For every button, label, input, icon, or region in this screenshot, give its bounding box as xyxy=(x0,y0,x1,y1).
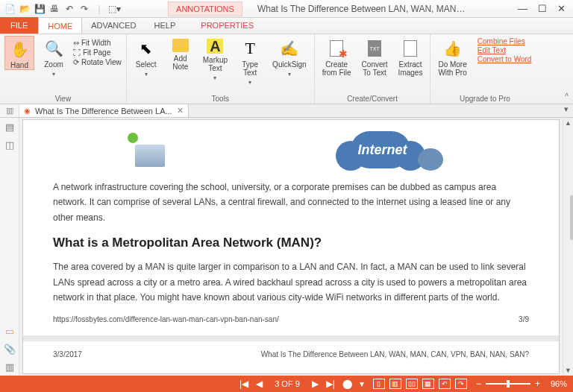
document-view[interactable]: Internet A network infrastructure coveri… xyxy=(22,119,560,374)
page-footer-pagenum: 3/9 xyxy=(519,315,529,323)
rotate-view-button[interactable]: ⟳Rotate View xyxy=(73,58,122,66)
convert-to-text-button[interactable]: TXT Convert To Text xyxy=(359,36,391,77)
internet-cloud-illustration: Internet xyxy=(321,127,455,172)
group-label-tools: Tools xyxy=(131,94,310,103)
next-page-button[interactable]: ▶ xyxy=(312,379,319,389)
layers-panel-icon[interactable]: ◫ xyxy=(4,139,16,151)
close-button[interactable]: ✕ xyxy=(557,3,566,14)
doctab-left-strip: ▥ xyxy=(0,104,19,117)
type-text-icon: T xyxy=(240,39,260,58)
pdf-doc-icon: ◉ xyxy=(24,107,31,115)
collapse-ribbon-button[interactable]: ^ xyxy=(565,92,569,101)
cursor-icon: ⬉ xyxy=(137,39,156,58)
note-icon xyxy=(172,39,189,52)
scroll-thumb[interactable] xyxy=(570,195,574,240)
security-panel-icon[interactable]: ▥ xyxy=(4,361,16,373)
open-icon[interactable]: 📂 xyxy=(19,4,30,14)
last-page-button[interactable]: ▶| xyxy=(326,379,335,389)
doctab-menu-button[interactable]: ▾ xyxy=(560,104,573,117)
campus-building-illustration xyxy=(128,133,172,167)
extract-images-icon xyxy=(401,39,420,58)
comments-panel-icon[interactable]: ▭ xyxy=(4,325,16,337)
maximize-button[interactable]: ☐ xyxy=(538,3,547,14)
document-tab-title: What Is The Difference Between LA... xyxy=(35,107,172,116)
ribbon: ✋ Hand 🔍 Zoom ▾ ⇔Fit Width ⛶Fit Page ⟳Ro… xyxy=(0,34,573,104)
print-icon[interactable]: 🖶 xyxy=(49,4,60,14)
rotate-right-button[interactable]: ↷ xyxy=(455,379,467,389)
create-from-file-button[interactable]: ✱ Create from File xyxy=(319,36,354,77)
group-label-view: View xyxy=(4,94,122,103)
fit-page-button[interactable]: ⛶Fit Page xyxy=(73,48,122,57)
nav-menu-button[interactable]: ▾ xyxy=(360,379,364,389)
tab-file[interactable]: FILE xyxy=(0,17,38,34)
prev-page-button[interactable]: ◀ xyxy=(256,379,263,389)
annotations-context-tab[interactable]: ANNOTATIONS xyxy=(168,1,242,16)
save-icon[interactable]: 💾 xyxy=(34,4,45,14)
close-document-tab[interactable]: ✕ xyxy=(177,106,184,116)
markup-text-button[interactable]: A Markup Text ▾ xyxy=(200,36,231,81)
tab-home[interactable]: HOME xyxy=(38,17,82,34)
left-panel: ▤ ◫ ▭ 📎 ▥ xyxy=(0,118,19,376)
attachments-panel-icon[interactable]: 📎 xyxy=(4,343,16,355)
zoom-button[interactable]: 🔍 Zoom ▾ xyxy=(39,36,69,78)
quicksign-button[interactable]: ✍ QuickSign ▾ xyxy=(269,36,310,78)
edit-text-link[interactable]: Edit Text xyxy=(478,46,532,54)
document-tab[interactable]: ◉ What Is The Difference Between LA... ✕ xyxy=(19,104,189,117)
hand-tool-button[interactable]: ✋ Hand xyxy=(4,36,34,70)
scroll-up-button[interactable]: ▲ xyxy=(563,118,573,128)
select-button[interactable]: ⬉ Select ▾ xyxy=(131,36,161,78)
single-page-view-button[interactable]: ▯ xyxy=(373,379,385,389)
scroll-down-button[interactable]: ▼ xyxy=(563,365,573,376)
qat-divider: | xyxy=(94,4,104,14)
nav-stop-button[interactable]: ⬤ xyxy=(342,379,352,389)
redo-icon[interactable]: ↷ xyxy=(79,4,90,14)
minimize-button[interactable]: — xyxy=(518,3,527,14)
fit-page-icon: ⛶ xyxy=(73,48,81,57)
group-tools: ⬉ Select ▾ Add Note A Markup Text ▾ T Ty… xyxy=(127,34,315,104)
zoom-percent[interactable]: 96% xyxy=(545,379,567,388)
add-note-button[interactable]: Add Note xyxy=(166,36,195,71)
ribbon-tabs: FILE HOME ADVANCED HELP PROPERTIES xyxy=(0,18,573,34)
zoom-out-button[interactable]: − xyxy=(476,379,481,389)
tab-properties[interactable]: PROPERTIES xyxy=(192,17,263,34)
page-header-date: 3/3/2017 xyxy=(53,350,82,358)
document-tab-bar: ▥ ◉ What Is The Difference Between LA...… xyxy=(0,104,573,118)
facing-view-button[interactable]: ▯▯ xyxy=(406,379,418,389)
convert-to-word-link[interactable]: Convert to Word xyxy=(478,55,532,63)
bookmarks-panel-icon[interactable]: ▤ xyxy=(4,121,16,133)
tab-help[interactable]: HELP xyxy=(145,17,185,34)
rotate-left-button[interactable]: ↶ xyxy=(439,379,451,389)
fit-width-icon: ⇔ xyxy=(73,39,79,47)
group-label-upgrade: Upgrade to Pro xyxy=(435,94,534,103)
view-mode-buttons: ▯ ▥ ▯▯ ▦ ↶ ↷ xyxy=(373,379,467,389)
group-create-convert: ✱ Create from File TXT Convert To Text E… xyxy=(315,34,431,104)
app-icon: 📄 xyxy=(4,4,15,14)
vertical-scrollbar[interactable]: ▲ ▼ xyxy=(563,118,573,376)
undo-icon[interactable]: ↶ xyxy=(64,4,75,14)
page-thumbnails-icon[interactable]: ▥ xyxy=(6,106,13,116)
page-footer-url: https://fossbytes.com/difference-lan-wan… xyxy=(53,315,279,323)
magnifier-icon: 🔍 xyxy=(44,39,63,58)
window-title: What Is The Difference Between LAN, WAN,… xyxy=(257,4,466,14)
fit-width-button[interactable]: ⇔Fit Width xyxy=(73,39,122,47)
continuous-view-button[interactable]: ▥ xyxy=(389,379,401,389)
cursor-mode-icon[interactable]: ⬚▾ xyxy=(109,4,119,14)
group-label-create-convert: Create/Convert xyxy=(319,94,426,103)
quick-access-toolbar: 📄 📂 💾 🖶 ↶ ↷ | ⬚▾ xyxy=(0,4,124,14)
combine-files-link[interactable]: Combine Files xyxy=(478,37,532,45)
highlight-icon: A xyxy=(207,39,223,54)
extract-images-button[interactable]: Extract Images xyxy=(395,36,426,77)
continuous-facing-view-button[interactable]: ▦ xyxy=(422,379,434,389)
zoom-slider-thumb[interactable] xyxy=(507,380,510,388)
do-more-with-pro-button[interactable]: 👍 Do More With Pro xyxy=(435,36,469,77)
zoom-in-button[interactable]: + xyxy=(535,379,540,389)
type-text-button[interactable]: T Type Text ▾ xyxy=(235,36,265,86)
page-indicator[interactable]: 3 OF 9 xyxy=(270,379,304,388)
pdf-page-4: 3/3/2017 What Is The Difference Between … xyxy=(23,341,559,374)
man-description: The area covered by a MAN is quite large… xyxy=(53,259,529,305)
group-view: ✋ Hand 🔍 Zoom ▾ ⇔Fit Width ⛶Fit Page ⟳Ro… xyxy=(0,34,127,104)
work-area: ▤ ◫ ▭ 📎 ▥ Internet A network infrastruct… xyxy=(0,118,573,376)
zoom-slider[interactable] xyxy=(486,383,530,385)
tab-advanced[interactable]: ADVANCED xyxy=(82,17,145,34)
first-page-button[interactable]: |◀ xyxy=(239,379,248,389)
